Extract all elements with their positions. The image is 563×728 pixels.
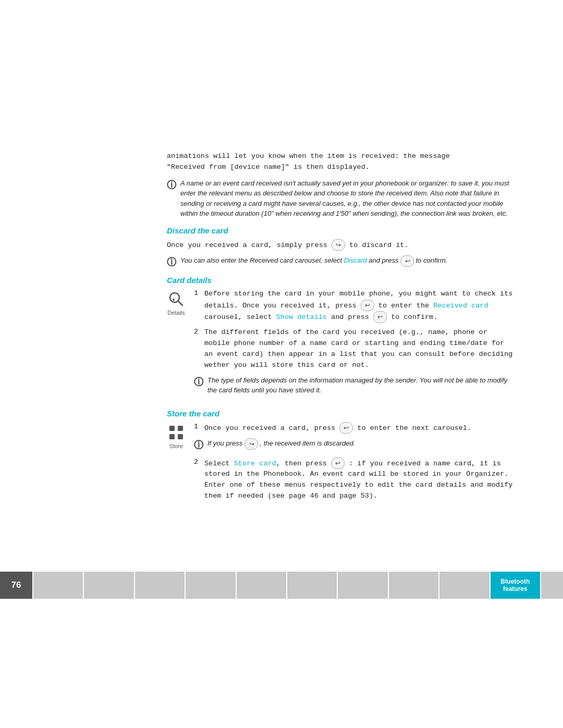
bottom-tab-6[interactable] xyxy=(286,572,337,599)
discard-step1-suffix: to discard it. xyxy=(349,241,408,249)
step-num-2: 2 xyxy=(194,328,204,336)
content-area: animations will let you know when the it… xyxy=(167,0,516,506)
store-steps: 1 Once you received a card, press ↩ to e… xyxy=(194,422,516,506)
store-next-btn: ↩ xyxy=(339,422,353,434)
bottom-tab-bluetooth[interactable]: Bluetooth features xyxy=(489,572,540,599)
discard-heading: Discard the card xyxy=(167,226,516,235)
bottom-tab-4[interactable] xyxy=(185,572,235,599)
discard-step-row: Once you received a card, simply press ↪… xyxy=(167,239,516,251)
card-details-step2: 2 The different fields of the card you r… xyxy=(194,327,516,371)
bottom-tab-1[interactable] xyxy=(32,572,83,599)
discard-step1: Once you received a card, simply press ↪… xyxy=(167,239,409,251)
store-step1-suffix: to enter the next carousel. xyxy=(357,424,471,432)
card-details-note: ⓘ The type of fields depends on the info… xyxy=(194,375,516,396)
cd-step1-end: and press xyxy=(331,313,369,321)
info-icon-1: ⓘ xyxy=(167,179,176,191)
store-note-suffix: , the received item is discarded. xyxy=(260,439,355,447)
details-icon-block: Details xyxy=(167,290,186,316)
cd-step2-text: The different fields of the card you rec… xyxy=(204,327,516,371)
show-details-link[interactable]: Show details xyxy=(276,313,327,321)
card-details-heading: Card details xyxy=(167,276,516,285)
store-step2-prefix: Select xyxy=(204,459,234,467)
step-num-1: 1 xyxy=(194,289,204,297)
details-icon-caption: Details xyxy=(167,310,185,316)
svg-rect-3 xyxy=(169,426,175,431)
discard-note-text: You can also enter the Received card car… xyxy=(180,255,447,267)
intro-line2: "Received from [device name]" is then di… xyxy=(167,163,370,171)
page-number: 76 xyxy=(0,572,32,599)
svg-rect-6 xyxy=(178,434,183,439)
store-icon-block: Store xyxy=(167,423,186,449)
note1-text: A name or an event card received isn't a… xyxy=(180,178,516,219)
info-icon-2: ⓘ xyxy=(167,256,176,268)
store-note-prefix: If you press xyxy=(207,439,242,447)
bottom-tab-3[interactable] xyxy=(134,572,185,599)
store-step2-text: Select Store card, then press ↩ : if you… xyxy=(204,458,516,502)
bottom-tab-9[interactable] xyxy=(438,572,489,599)
store-heading: Store the card xyxy=(167,409,516,418)
store-step1-text: Once you received a card, press ↩ to ent… xyxy=(204,422,471,434)
discard-btn-icon: ↪ xyxy=(332,239,345,251)
store-step1-prefix: Once you received a card, press xyxy=(204,424,335,432)
bottom-tab-2[interactable] xyxy=(83,572,133,599)
intro-paragraph: animations will let you know when the it… xyxy=(167,151,516,173)
discard-note-end: to confirm. xyxy=(416,256,448,264)
store-step-num-2: 2 xyxy=(194,458,204,466)
info-icon-4: ⓘ xyxy=(194,439,203,451)
svg-rect-5 xyxy=(169,434,175,439)
store-step-num-1: 1 xyxy=(194,423,204,430)
store-step1: 1 Once you received a card, press ↩ to e… xyxy=(194,422,516,434)
store-step2: 2 Select Store card, then press ↩ : if y… xyxy=(194,458,516,502)
discard-note: ⓘ You can also enter the Received card c… xyxy=(167,255,516,268)
card-details-step1: 1 Before storing the card in your mobile… xyxy=(194,289,516,323)
store-card-link[interactable]: Store card xyxy=(234,459,276,467)
cd-confirm-btn: ↩ xyxy=(373,311,387,323)
cd-step1-middle: carousel, select xyxy=(204,313,276,321)
discard-confirm-btn: ↩ xyxy=(400,255,414,267)
card-details-steps: 1 Before storing the card in your mobile… xyxy=(194,289,516,402)
store-note-text: If you press ↪ , the received item is di… xyxy=(207,438,355,450)
info-icon-3: ⓘ xyxy=(194,376,203,388)
svg-line-1 xyxy=(178,301,182,305)
svg-point-2 xyxy=(173,299,175,301)
discard-step1-text: Once you received a card, simply press xyxy=(167,241,327,249)
bottom-tab-8[interactable] xyxy=(388,572,438,599)
store-icon xyxy=(167,423,186,442)
cd-enter-btn: ↩ xyxy=(361,300,374,312)
discard-note-prefix: You can also enter the Received card car… xyxy=(180,256,344,264)
discard-link[interactable]: Discard xyxy=(344,256,367,264)
intro-line1: animations will let you know when the it… xyxy=(167,152,450,160)
bottom-tab-end[interactable] xyxy=(540,572,563,599)
discard-section-body: Once you received a card, simply press ↪… xyxy=(167,239,516,268)
store-section: Store 1 Once you received a card, press … xyxy=(167,422,516,506)
svg-rect-4 xyxy=(178,426,183,431)
bottom-tabs: Bluetooth features xyxy=(32,572,563,599)
bluetooth-tab-label: Bluetooth features xyxy=(500,578,530,593)
cd-note-text: The type of fields depends on the inform… xyxy=(207,375,516,396)
discard-note-suffix: and press xyxy=(367,256,399,264)
card-details-step1-text: Before storing the card in your mobile p… xyxy=(204,289,516,323)
store-step2-btn: ↩ xyxy=(331,458,345,470)
page: animations will let you know when the it… xyxy=(0,0,563,728)
note-block-1: ⓘ A name or an event card received isn't… xyxy=(167,178,516,219)
store-icon-caption: Store xyxy=(169,443,183,449)
store-discard-btn: ↪ xyxy=(244,438,258,450)
bottom-nav-bar: 76 Bluetooth features xyxy=(0,572,563,599)
bottom-tab-7[interactable] xyxy=(337,572,387,599)
received-card-link[interactable]: Received card xyxy=(433,301,488,309)
cd-step1-confirm: to confirm. xyxy=(391,313,437,321)
store-step2-middle: , then press xyxy=(276,459,327,467)
bottom-tab-5[interactable] xyxy=(236,572,286,599)
details-icon xyxy=(167,290,186,309)
card-details-section: Details 1 Before storing the card in you… xyxy=(167,289,516,402)
store-note: ⓘ If you press ↪ , the received item is … xyxy=(194,438,516,451)
